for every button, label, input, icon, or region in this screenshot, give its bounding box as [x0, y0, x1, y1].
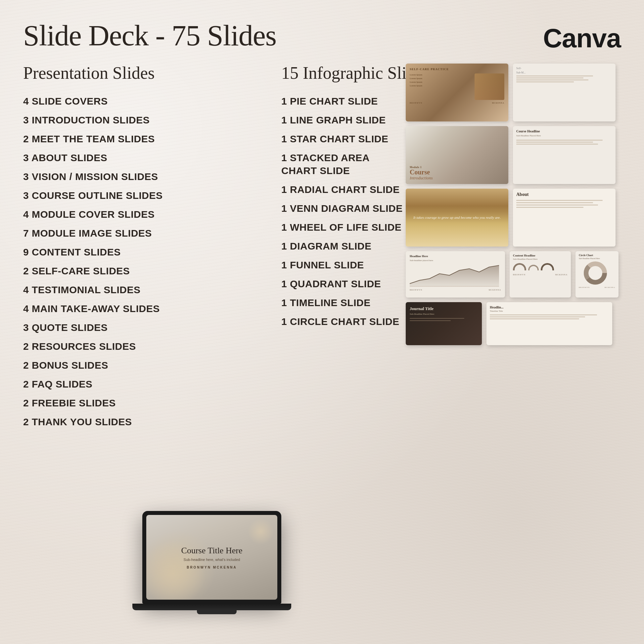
laptop-outer: Course Title Here Sub-headline here, wha…: [142, 511, 281, 604]
laptop-content: Course Title Here Sub-headline here, wha…: [181, 546, 243, 569]
content-area: Presentation Slides 4 SLIDE COVERS 3 INT…: [23, 64, 621, 631]
list-item: 3 ABOUT SLIDES: [23, 148, 268, 167]
laptop-mockup: Course Title Here Sub-headline here, wha…: [142, 511, 291, 614]
headline-card-sub: Sub-Headline Placed Here: [516, 134, 612, 137]
slide-row-5: Journal Title Sub-Headline Placed Here H…: [406, 302, 631, 345]
list-item: 9 CONTENT SLIDES: [23, 243, 268, 261]
about-card-title: About: [516, 192, 612, 197]
list-item: 2 FREEBIE SLIDES: [23, 393, 268, 412]
list-item: 2 MEET THE TEAM SLIDES: [23, 129, 268, 148]
canva-logo: Canva: [543, 23, 621, 54]
header-row: Slide Deck - 75 Slides Canva: [23, 20, 621, 54]
slide-row-4: Headline Here Sub-headline placed here: [406, 251, 631, 298]
headline-wide-sub: Timeline Title: [490, 310, 609, 312]
list-item: 4 TESTIMONIAL SLIDES: [23, 280, 268, 299]
main-container: Slide Deck - 75 Slides Canva Presentatio…: [0, 0, 644, 644]
slide-preview-about: About: [513, 189, 616, 247]
list-item: 4 SLIDE COVERS: [23, 92, 268, 111]
laptop-brand: BRONWYN MCKENNA: [181, 566, 243, 569]
slide-preview-course-intro: Module 1 Course Introductions: [406, 126, 508, 184]
headline-card-title: Course Headline: [516, 129, 612, 133]
slide-preview-area-chart: Headline Here Sub-headline placed here: [406, 251, 505, 298]
timeline-title: Journal Title: [410, 306, 478, 311]
list-item: 2 THANK YOU SLIDES: [23, 412, 268, 431]
slide-preview-timeline-dark: Journal Title Sub-Headline Placed Here: [406, 302, 482, 345]
presentation-list: 4 SLIDE COVERS 3 INTRODUCTION SLIDES 2 M…: [23, 92, 268, 431]
circle-chart-label: Circle Chart: [579, 254, 615, 257]
slides-grid: Self-Care Practice Lorem Ipsum Lorem Ips…: [406, 64, 631, 350]
list-item: 3 COURSE OUTLINE SLIDES: [23, 186, 268, 205]
main-title: Slide Deck - 75 Slides: [23, 20, 276, 52]
list-item: 2 BONUS SLIDES: [23, 356, 268, 375]
circle-chart-svg: [579, 261, 612, 285]
slide-preview-headline-card: Course Headline Sub-Headline Placed Here: [513, 126, 616, 184]
headline-wide-title: Headlin...: [490, 305, 609, 309]
slide-preview-desert: It takes courage to grow up and become w…: [406, 189, 508, 247]
area-chart-svg: [410, 264, 499, 287]
laptop-screen: Course Title Here Sub-headline here, wha…: [146, 515, 277, 600]
presentation-heading: Presentation Slides: [23, 64, 268, 82]
laptop-course-sub: Sub-headline here, what's included: [181, 558, 243, 562]
slide-course-intro-text: Module 1 Course Introductions: [410, 166, 433, 181]
laptop-stand: [197, 610, 237, 614]
slide-preview-circle-chart: Circle Chart Sub-Headline Placed Here BR…: [575, 251, 619, 298]
list-item: 4 MAIN TAKE-AWAY SLIDES: [23, 299, 268, 318]
list-item: 3 QUOTE SLIDES: [23, 318, 268, 337]
slide-preview-content-arcs: Content Headline Sub-Headline Placed Her…: [510, 251, 571, 298]
laptop-course-title: Course Title Here: [181, 546, 243, 556]
laptop-base: [132, 604, 291, 610]
list-item: 3 INTRODUCTION SLIDES: [23, 111, 268, 129]
timeline-sub: Sub-Headline Placed Here: [410, 313, 478, 315]
content-arcs-sub: Sub-Headline Placed Here: [513, 258, 568, 260]
list-item: 4 MODULE COVER SLIDES: [23, 205, 268, 224]
area-chart-sub: Sub-headline placed here: [410, 259, 501, 262]
content-arcs-title: Content Headline: [513, 254, 568, 257]
list-item: 3 VISION / MISSION SLIDES: [23, 167, 268, 186]
list-item: 7 MODULE IMAGE SLIDES: [23, 224, 268, 243]
slide-preview-self-care: Self-Care Practice Lorem Ipsum Lorem Ips…: [406, 64, 508, 121]
slide-row-3: It takes courage to grow up and become w…: [406, 189, 631, 247]
list-item: 2 FAQ SLIDES: [23, 375, 268, 393]
slide-row-1: Self-Care Practice Lorem Ipsum Lorem Ips…: [406, 64, 631, 121]
list-item: 2 SELF-CARE SLIDES: [23, 261, 268, 280]
area-chart-title: Headline Here: [410, 254, 501, 258]
list-item: 2 RESOURCES SLIDES: [23, 337, 268, 356]
slide-preview-sub-headline: Self- Sub-M...: [513, 64, 616, 121]
slide-row-2: Module 1 Course Introductions Course Hea…: [406, 126, 631, 184]
slide-desert-quote: It takes courage to grow up and become w…: [411, 212, 503, 223]
circle-chart-sub: Sub-Headline Placed Here: [579, 257, 615, 259]
slide-previews-column: Self-Care Practice Lorem Ipsum Lorem Ips…: [486, 64, 621, 631]
slide-preview-headline-wide: Headlin... Timeline Title: [486, 302, 612, 345]
slide-label: Self-Care Practice: [410, 68, 504, 71]
